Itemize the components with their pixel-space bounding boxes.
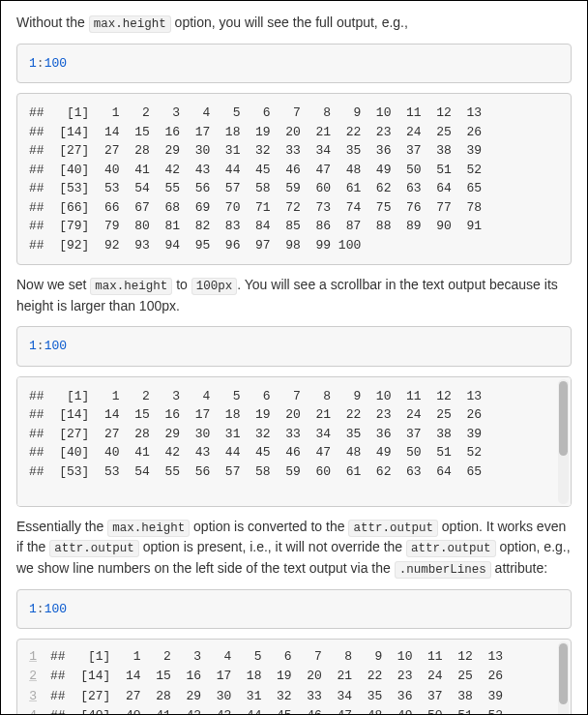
code-colon: : [37,56,44,71]
code-block-3: 1:100 [16,589,572,630]
numbered-row: 2 ## [14] 14 15 16 17 18 19 20 21 22 23 … [17,667,551,686]
code-colon-2: : [37,339,44,353]
output-text-limited: ## [1] 1 2 3 4 5 6 7 8 9 10 11 12 13 ## … [29,389,482,479]
output-block-numbered[interactable]: 1 ## [1] 1 2 3 4 5 6 7 8 9 10 11 12 13 2… [16,639,572,715]
text-explain-f: attribute: [491,560,547,576]
code-literal-b2: 100 [44,339,67,353]
code-block-2: 1:100 [16,326,572,367]
code-attroutput-2: attr.output [49,540,139,557]
code-attroutput-1: attr.output [348,520,438,537]
numbered-inner: 1 ## [1] 1 2 3 4 5 6 7 8 9 10 11 12 13 2… [17,640,571,715]
numbered-row: 1 ## [1] 1 2 3 4 5 6 7 8 9 10 11 12 13 [17,647,551,667]
code-maxheight-2: max.height [90,278,172,295]
line-number: 2 [17,667,43,686]
line-text: ## [40] 40 41 42 43 44 45 46 47 48 49 50… [43,706,503,715]
numbered-row: 4 ## [40] 40 41 42 43 44 45 46 47 48 49 … [17,706,551,715]
scrollbar[interactable] [558,379,569,504]
code-attroutput-3: attr.output [406,540,496,557]
code-maxheight: max.height [89,15,171,33]
text-intro-a: Without the [16,15,89,30]
text-intro-b: option, you will see the full output, e.… [171,15,408,30]
code-block-1: 1:100 [16,44,572,84]
line-number: 4 [17,706,43,715]
line-number: 3 [17,687,43,706]
line-number: 1 [17,647,43,667]
code-numberlines: .numberLines [395,561,491,579]
code-literal-b3: 100 [44,602,67,616]
code-literal-a: 1 [29,56,37,71]
line-text: ## [27] 27 28 29 30 31 32 33 34 35 36 37… [43,687,503,706]
line-text: ## [14] 14 15 16 17 18 19 20 21 22 23 24… [43,667,503,686]
output-block-limited[interactable]: ## [1] 1 2 3 4 5 6 7 8 9 10 11 12 13 ## … [16,376,572,507]
paragraph-setheight: Now we set max.height to 100px. You will… [16,275,572,316]
output-block-full: ## [1] 1 2 3 4 5 6 7 8 9 10 11 12 13 ## … [16,93,572,265]
line-text: ## [1] 1 2 3 4 5 6 7 8 9 10 11 12 13 [43,647,503,667]
output-text-full: ## [1] 1 2 3 4 5 6 7 8 9 10 11 12 13 ## … [29,105,482,253]
code-literal-a2: 1 [29,339,37,353]
scrollbar[interactable] [558,641,569,715]
text-explain-b: option is converted to the [190,519,348,534]
code-literal-a3: 1 [29,602,37,616]
text-explain-a: Essentially the [16,519,107,534]
numbered-row: 3 ## [27] 27 28 29 30 31 32 33 34 35 36 … [17,687,551,706]
scrollbar-thumb[interactable] [559,643,568,704]
text-setheight-a: Now we set [16,277,90,292]
code-colon-3: : [37,602,44,616]
code-100px: 100px [191,278,238,295]
code-maxheight-3: max.height [107,520,190,537]
code-literal-b: 100 [44,56,67,71]
text-explain-d: option is present, i.e., it will not ove… [139,539,406,554]
paragraph-explain: Essentially the max.height option is con… [16,517,572,580]
paragraph-intro: Without the max.height option, you will … [16,13,572,34]
text-setheight-b: to [172,277,191,292]
scrollbar-thumb[interactable] [559,381,568,456]
